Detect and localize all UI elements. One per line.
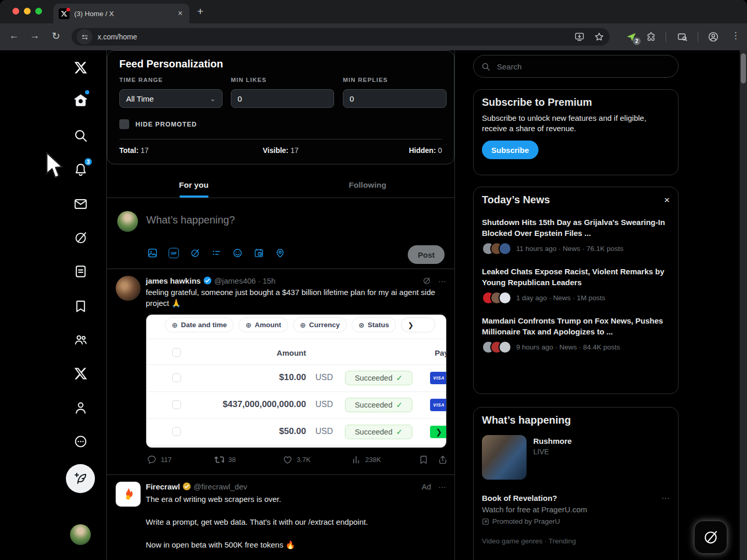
- tweet-more-icon[interactable]: ···: [438, 482, 446, 491]
- news-item[interactable]: Shutdown Hits 15th Day as Grijalva's Swe…: [482, 217, 670, 255]
- author-name[interactable]: james hawkins: [146, 276, 201, 285]
- nav-more[interactable]: [67, 428, 94, 455]
- bookmark-star-icon[interactable]: [594, 32, 604, 42]
- scrollbar-thumb[interactable]: [741, 53, 746, 83]
- hide-promoted-checkbox[interactable]: [119, 119, 129, 129]
- tweet-author-avatar[interactable]: [116, 276, 141, 301]
- post-button[interactable]: Post: [408, 245, 445, 264]
- forward-button[interactable]: →: [28, 30, 42, 41]
- back-button[interactable]: ←: [7, 30, 21, 41]
- nav-notifications[interactable]: 3: [67, 156, 94, 183]
- page-scrollbar[interactable]: [740, 50, 747, 560]
- filter-chip-amount[interactable]: ⊕Amount: [239, 317, 288, 332]
- tweet-image-payments-table[interactable]: ⊕Date and time ⊕Amount ⊕Currency ⊗Status…: [146, 314, 447, 448]
- browser-menu-icon[interactable]: ⋮: [729, 30, 742, 41]
- nav-bookmarks[interactable]: [67, 292, 94, 319]
- nav-account-avatar[interactable]: [70, 524, 91, 545]
- address-bar[interactable]: x.com/home: [72, 28, 610, 46]
- nav-communities[interactable]: [67, 326, 94, 353]
- tweet-james-hawkins[interactable]: james hawkins @james406 · 15h ··· feelin…: [107, 269, 454, 475]
- search-input[interactable]: [496, 62, 670, 72]
- select-all-checkbox[interactable]: [172, 348, 181, 357]
- row-amount: $10.00: [183, 372, 306, 383]
- nav-lists[interactable]: [67, 258, 94, 285]
- min-replies-input[interactable]: [343, 89, 447, 108]
- tweet-author-avatar[interactable]: [116, 482, 141, 507]
- author-handle[interactable]: @james406: [214, 276, 256, 285]
- nav-premium[interactable]: [67, 360, 94, 387]
- nav-x-logo[interactable]: [67, 54, 94, 81]
- extension-shortcut-icon[interactable]: 2: [625, 31, 638, 43]
- filter-chip-status[interactable]: ⊗Status: [352, 317, 396, 332]
- share-button[interactable]: [438, 455, 448, 465]
- news-item[interactable]: Mamdani Confronts Trump on Fox News, Pus…: [482, 315, 670, 354]
- time-range-select[interactable]: All Time ⌄: [119, 89, 223, 108]
- row-checkbox[interactable]: [172, 427, 181, 436]
- author-name[interactable]: Firecrawl: [146, 482, 180, 491]
- filter-chip-currency[interactable]: ⊕Currency: [293, 317, 347, 332]
- site-settings-icon[interactable]: [77, 29, 92, 45]
- macos-minimize-button[interactable]: [24, 8, 31, 15]
- reply-button[interactable]: 117: [147, 455, 172, 465]
- promoted-trend-item[interactable]: Book of Revelation? ··· Watch for free a…: [482, 494, 670, 545]
- x-favicon-icon: [59, 8, 70, 19]
- live-event-thumbnail[interactable]: [482, 435, 527, 480]
- live-event-item[interactable]: Rushmore LIVE: [482, 435, 670, 480]
- emoji-icon[interactable]: [232, 248, 243, 258]
- author-handle[interactable]: @firecrawl_dev: [193, 482, 247, 491]
- trend-item-partial[interactable]: Video game genres · Trending: [482, 537, 670, 545]
- news-item[interactable]: Leaked Chats Expose Racist, Violent Rema…: [482, 266, 670, 304]
- row-checkbox[interactable]: [172, 400, 181, 409]
- filter-chip-date[interactable]: ⊕Date and time: [165, 317, 233, 332]
- tab-search-icon[interactable]: [676, 31, 688, 43]
- install-app-icon[interactable]: [574, 32, 585, 42]
- new-tab-button[interactable]: +: [197, 5, 203, 18]
- nav-explore[interactable]: [67, 122, 94, 149]
- grok-actions-icon[interactable]: [422, 276, 431, 285]
- macos-close-button[interactable]: [12, 8, 19, 15]
- tweet-time[interactable]: 15h: [262, 276, 275, 285]
- nav-messages[interactable]: [67, 190, 94, 217]
- min-likes-input[interactable]: [231, 89, 334, 108]
- filter-chip-cut[interactable]: ❯: [401, 317, 435, 332]
- tab-for-you[interactable]: For you: [107, 172, 281, 198]
- tweet-firecrawl-ad[interactable]: Firecrawl @firecrawl_dev Ad ··· The era …: [107, 475, 454, 560]
- home-unread-dot: [85, 90, 89, 94]
- whats-happening-card: What’s happening Rushmore LIVE Book of R…: [473, 407, 679, 560]
- extensions-puzzle-icon[interactable]: [645, 31, 657, 43]
- row-checkbox[interactable]: [172, 373, 181, 382]
- promoted-trend-title: Book of Revelation?: [482, 494, 670, 502]
- visa-card-icon: VISA: [430, 372, 447, 384]
- nav-grok[interactable]: [67, 224, 94, 251]
- nav-home[interactable]: [67, 87, 94, 114]
- browser-tab[interactable]: (3) Home / X ×: [53, 4, 189, 23]
- gif-icon[interactable]: GIF: [169, 248, 179, 258]
- composer-avatar[interactable]: [117, 211, 138, 232]
- url-text[interactable]: x.com/home: [98, 33, 574, 41]
- tab-title: (3) Home / X: [74, 10, 176, 18]
- trend-more-icon[interactable]: ···: [661, 494, 670, 503]
- nav-profile[interactable]: [67, 394, 94, 421]
- panel-divider: [119, 139, 442, 139]
- bookmark-button[interactable]: [419, 455, 428, 465]
- tab-following[interactable]: Following: [281, 172, 454, 198]
- reload-button[interactable]: ↻: [49, 30, 63, 42]
- subscribe-button[interactable]: Subscribe: [482, 141, 538, 159]
- tab-close-icon[interactable]: ×: [176, 9, 184, 18]
- news-close-icon[interactable]: ×: [664, 194, 670, 206]
- like-button[interactable]: 3.7K: [283, 455, 311, 465]
- tweet-more-icon[interactable]: ···: [438, 276, 446, 285]
- media-icon[interactable]: [147, 248, 158, 258]
- profile-avatar-icon[interactable]: [707, 31, 720, 43]
- schedule-icon[interactable]: [254, 248, 264, 258]
- poll-icon[interactable]: [211, 248, 222, 258]
- views-button[interactable]: 238K: [351, 455, 381, 465]
- repost-button[interactable]: 38: [214, 455, 236, 465]
- macos-zoom-button[interactable]: [35, 8, 42, 15]
- grok-floating-button[interactable]: [694, 521, 727, 554]
- grok-enhance-icon[interactable]: [190, 248, 200, 258]
- search-box[interactable]: [473, 55, 679, 78]
- location-icon[interactable]: [275, 248, 285, 258]
- compose-button[interactable]: [66, 464, 95, 493]
- composer-placeholder[interactable]: What’s happening?: [146, 214, 235, 226]
